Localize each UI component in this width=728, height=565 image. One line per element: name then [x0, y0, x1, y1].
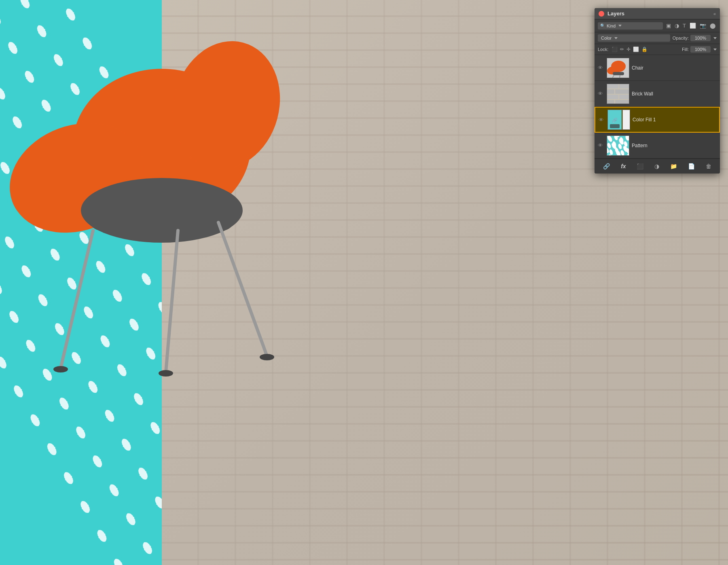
chevron-down-icon	[713, 49, 717, 51]
layer-thumbnail-colorfill: 🔗	[607, 110, 630, 130]
svg-line-5	[61, 231, 93, 368]
fx-button[interactable]: fx	[619, 162, 628, 171]
lock-row: Lock: ⬛ ✏ ✛ ⬜ 🔒 Fill: 100%	[595, 44, 720, 55]
filter-type-button[interactable]: T	[682, 22, 687, 30]
layer-item-pattern[interactable]: 👁 Pattern	[595, 133, 720, 159]
link-layers-button[interactable]: 🔗	[601, 162, 612, 171]
lock-icons: ⬛ ✏ ✛ ⬜ 🔒	[612, 47, 648, 52]
svg-point-8	[53, 366, 68, 372]
delete-layer-button[interactable]: 🗑	[704, 162, 713, 171]
svg-point-41	[626, 148, 629, 154]
svg-rect-18	[607, 84, 618, 89]
fill-input[interactable]: 100%	[690, 46, 711, 53]
svg-point-31	[614, 136, 618, 141]
svg-point-38	[609, 149, 614, 155]
lock-artboard-button[interactable]: ⬜	[633, 47, 639, 52]
chevron-down-icon	[618, 25, 622, 27]
add-mask-button[interactable]: ⬛	[635, 162, 645, 171]
svg-line-16	[620, 75, 620, 78]
filter-toggle-button[interactable]: ⬤	[709, 22, 717, 30]
kind-filter-dropdown[interactable]: 🔍 Kind	[598, 22, 663, 30]
panel-collapse-button[interactable]: «	[713, 11, 716, 16]
layer-visibility-icon[interactable]: 👁	[598, 142, 604, 148]
lock-pixels-button[interactable]: ⬛	[612, 47, 618, 52]
lock-label: Lock:	[598, 47, 608, 52]
blend-mode-label: Color	[601, 36, 612, 40]
svg-line-7	[218, 222, 267, 356]
search-icon: 🔍	[600, 23, 605, 28]
layer-name-pattern: Pattern	[632, 143, 717, 148]
svg-rect-20	[607, 89, 614, 94]
svg-point-37	[623, 141, 628, 147]
svg-rect-21	[615, 89, 629, 94]
svg-point-30	[608, 136, 613, 142]
layer-thumbnail-brick	[607, 84, 629, 104]
svg-point-40	[620, 150, 625, 156]
layer-thumbnail-chair	[607, 58, 629, 78]
layer-link-icon: 🔗	[612, 118, 618, 123]
svg-rect-29	[607, 136, 629, 156]
svg-point-9	[159, 370, 173, 377]
add-adjustment-button[interactable]: ◑	[652, 162, 661, 171]
svg-rect-22	[607, 95, 618, 99]
svg-rect-24	[607, 100, 614, 104]
layer-visibility-icon[interactable]: 👁	[598, 91, 604, 97]
filter-icon-group: ▣ ◑ T ⬜ 📷 ⬤	[665, 22, 717, 30]
layer-visibility-icon[interactable]: 👁	[598, 65, 604, 71]
svg-point-10	[260, 354, 274, 360]
group-layers-button[interactable]: 📁	[668, 162, 679, 171]
chevron-down-icon	[713, 37, 717, 39]
panel-titlebar: × Layers «	[595, 8, 720, 19]
blend-mode-row: Color Opacity: 100%	[595, 32, 720, 44]
layer-name-chair: Chair	[632, 65, 717, 71]
svg-rect-28	[623, 110, 630, 130]
panel-toolbar: 🔗 fx ⬛ ◑ 📁 📄 🗑	[595, 159, 720, 174]
opacity-row: Opacity: 100%	[673, 35, 717, 41]
opacity-label: Opacity:	[673, 36, 689, 40]
filter-pixel-button[interactable]: ▣	[665, 22, 672, 30]
svg-point-33	[625, 136, 629, 141]
kind-filter-label: Kind	[607, 23, 616, 28]
lock-all-button[interactable]: 🔒	[641, 47, 648, 52]
svg-rect-25	[615, 100, 629, 104]
svg-point-32	[619, 137, 624, 143]
layers-list: 👁 Chair 👁	[595, 55, 720, 159]
svg-rect-4	[89, 206, 235, 231]
filter-shape-button[interactable]: ⬜	[689, 22, 697, 30]
svg-rect-14	[613, 72, 624, 75]
svg-rect-27	[610, 124, 620, 128]
chair-image	[8, 32, 315, 396]
filter-smart-button[interactable]: 📷	[699, 22, 707, 30]
layer-item-brick[interactable]: 👁 Brick Wall	[595, 81, 720, 107]
layer-thumbnail-pattern	[607, 135, 629, 156]
chevron-down-icon	[614, 37, 618, 39]
new-layer-button[interactable]: 📄	[686, 162, 697, 171]
layer-name-colorfill: Color Fill 1	[633, 117, 716, 123]
svg-point-35	[612, 141, 617, 147]
filter-row: 🔍 Kind ▣ ◑ T ⬜ 📷 ⬤	[595, 19, 720, 32]
svg-point-34	[607, 142, 612, 149]
lock-move-button[interactable]: ✛	[626, 47, 631, 52]
fill-label: Fill:	[682, 47, 689, 52]
svg-point-39	[614, 147, 619, 154]
fill-row: Fill: 100%	[682, 46, 717, 53]
layer-name-brick: Brick Wall	[632, 91, 717, 97]
filter-adjust-button[interactable]: ◑	[674, 22, 680, 30]
blend-mode-dropdown[interactable]: Color	[598, 34, 670, 42]
layers-panel: × Layers « 🔍 Kind ▣ ◑ T ⬜ 📷 ⬤ Color Opac…	[595, 8, 720, 174]
panel-title: Layers	[607, 11, 713, 17]
layer-item-chair[interactable]: 👁 Chair	[595, 55, 720, 81]
panel-close-button[interactable]: ×	[599, 11, 604, 17]
svg-line-6	[166, 231, 178, 372]
svg-point-36	[618, 143, 622, 150]
svg-rect-23	[619, 95, 629, 99]
layer-item-colorfill[interactable]: 👁 🔗 Col	[595, 107, 720, 133]
lock-paint-button[interactable]: ✏	[620, 47, 624, 52]
svg-rect-19	[619, 84, 629, 89]
opacity-input[interactable]: 100%	[690, 35, 711, 41]
layer-visibility-icon[interactable]: 👁	[599, 117, 605, 123]
